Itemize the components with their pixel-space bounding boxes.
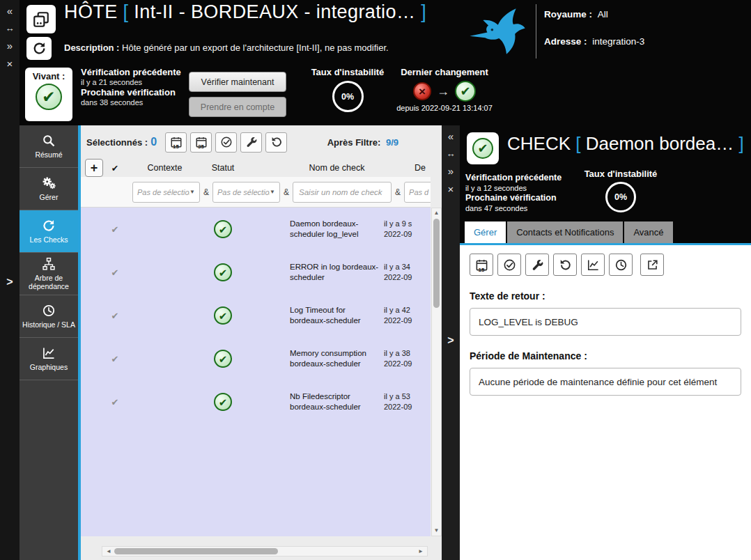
scroll-right-arrow[interactable]: ► (416, 547, 426, 557)
detail-collapse-strip: « ↔ » × > (442, 125, 460, 560)
configure-button[interactable] (525, 254, 549, 276)
close-panel-icon[interactable]: × (448, 184, 454, 194)
expand-right-icon[interactable]: » (7, 40, 13, 51)
sidebar-item-gerer[interactable]: Gérer (20, 168, 78, 210)
column-header-selected[interactable]: ✔ (102, 163, 128, 173)
sidebar-item-graphiques[interactable]: Graphiques (20, 338, 78, 380)
vertical-scrollbar[interactable]: ▲ ▼ (431, 208, 442, 536)
host-instability: Taux d'instabilité 0% (305, 67, 390, 112)
close-panel-icon[interactable]: × (7, 59, 13, 69)
configure-button[interactable] (240, 132, 262, 153)
open-external-button[interactable] (640, 254, 664, 276)
sidebar-item-les-checks[interactable]: Les Checks (20, 210, 78, 253)
realm-info: Royaume : All (544, 9, 608, 20)
address-label: Adresse : (544, 36, 587, 47)
sidebar-item-label: Arbre de dépendance (22, 274, 76, 290)
column-header-statut[interactable]: Statut (201, 163, 245, 173)
chevron-right-icon[interactable]: > (0, 276, 20, 288)
resize-handle-icon[interactable]: ↔ (447, 149, 456, 158)
column-header-nom-de-check[interactable]: Nom de check (290, 163, 384, 173)
row-select-check[interactable]: ✔ (102, 354, 128, 364)
row-select-check[interactable]: ✔ (102, 397, 128, 407)
checks-filter-row: Pas de sélection ▼ & Pas de sélection ▼ … (81, 177, 431, 208)
check-ok-icon: ✔ (214, 306, 232, 325)
entity-name: Daemon bordea… (586, 133, 734, 154)
check-now-button[interactable]: Vérifier maintenant (189, 72, 286, 92)
check-row[interactable]: ✔ ✔ Log Timeout for bordeaux-scheduler i… (81, 294, 431, 337)
graph-button[interactable] (581, 254, 605, 276)
downtime-calendar-button[interactable]: 15 (165, 132, 187, 153)
vertical-scroll-thumb[interactable] (433, 219, 440, 308)
horizontal-scroll-thumb[interactable] (114, 548, 278, 554)
sidebar-item-resume[interactable]: Résumé (20, 125, 78, 168)
column-header-contexte[interactable]: Contexte (128, 163, 201, 173)
expand-right-icon[interactable]: » (448, 166, 454, 176)
horizontal-scrollbar[interactable]: ◄ ► (102, 546, 428, 557)
host-type-button[interactable] (26, 5, 56, 33)
schedule-calendar-button[interactable]: 35 (190, 132, 212, 153)
maintenance-field[interactable]: Aucune période de maintenance définie po… (470, 368, 741, 396)
sidebar-item-historique-sla[interactable]: Historique / SLA (20, 295, 78, 338)
return-text-field[interactable]: LOG_LEVEL is DEBUG (470, 308, 741, 336)
host-header: HÔTE [ Int-II - BORDEAUX - integratio… ]… (20, 0, 751, 64)
scroll-left-arrow[interactable]: ◄ (104, 547, 114, 557)
bulk-action-buttons: 15 35 (165, 132, 287, 153)
gears-icon (42, 176, 56, 190)
resize-handle-icon[interactable]: ↔ (6, 24, 15, 33)
check-status-icon-button[interactable]: ✔ (467, 132, 499, 164)
clock-icon (614, 258, 628, 272)
previous-check-value: il y a 12 secondes (465, 184, 562, 194)
row-statut: ✔ (201, 350, 245, 368)
refresh-button[interactable] (26, 37, 52, 60)
instability-label: Taux d'instabilité (305, 67, 390, 77)
acknowledge-check-button[interactable] (215, 132, 237, 153)
statut-filter-select[interactable]: Pas de sélection ▼ (212, 182, 280, 203)
row-select-check[interactable]: ✔ (102, 267, 128, 278)
check-row[interactable]: ✔ ✔ Daemon bordeaux-scheduler log_level … (81, 208, 431, 251)
after-filter-count: 9/9 (386, 137, 398, 148)
acknowledge-button[interactable] (497, 254, 521, 276)
last-change: Dernier changement × → ✔ depuis 2022-09-… (385, 67, 504, 112)
collapse-left-icon[interactable]: « (7, 6, 13, 16)
host-description: Description : Hôte généré par un export … (64, 42, 389, 53)
scroll-down-arrow[interactable]: ▼ (432, 526, 441, 536)
row-select-check[interactable]: ✔ (102, 311, 128, 321)
row-last-check: il y a 9 s 2022-09 (384, 219, 431, 240)
host-collapse-strip: « ↔ » × > (0, 0, 20, 560)
alive-label: Vivant : (25, 71, 72, 81)
contexte-filter-select[interactable]: Pas de sélection ▼ (132, 182, 200, 203)
after-filter-label: Après Filtre: (327, 137, 381, 148)
alive-status-card: Vivant : ✔ (25, 68, 72, 121)
recheck-button[interactable] (265, 132, 287, 153)
tab-gerer[interactable]: Gérer (465, 221, 506, 243)
history-button[interactable] (609, 254, 633, 276)
filter-and-separator: & (284, 187, 289, 197)
next-check-value: dans 38 secondes (81, 98, 181, 107)
add-button[interactable]: + (85, 159, 103, 177)
check-title: CHECK [ Daemon bordea… ] (507, 133, 744, 155)
previous-check-label: Vérification précédente (81, 67, 181, 78)
host-status-row: Vivant : ✔ Vérification précédente il y … (20, 64, 751, 125)
check-row[interactable]: ✔ ✔ Memory consumption bordeaux-schedule… (81, 337, 431, 380)
check-name-filter-input[interactable] (293, 182, 392, 203)
tab-contacts-et-notifications[interactable]: Contacts et Notifications (507, 221, 623, 243)
last-change-since: depuis 2022-09-21 13:14:07 (385, 104, 504, 112)
entity-name: Int-II - BORDEAUX - integratio… (134, 1, 415, 22)
dernier-filter-select[interactable]: Pas d (404, 182, 431, 203)
tab-avance[interactable]: Avancé (624, 221, 672, 243)
check-detail-panel: ✔ CHECK [ Daemon bordea… ] Vérification … (460, 125, 751, 560)
check-row[interactable]: ✔ ✔ Nb Filedescriptor bordeaux-scheduler… (81, 380, 431, 423)
downtime-calendar-button[interactable]: 15 (470, 254, 493, 276)
sidebar-item-arbre-dependance[interactable]: Arbre de dépendance (20, 253, 78, 295)
filter-placeholder: Pas d (409, 188, 431, 196)
check-row[interactable]: ✔ ✔ ERROR in log bordeaux-scheduler il y… (81, 251, 431, 294)
row-select-check[interactable]: ✔ (102, 224, 128, 235)
collapse-left-icon[interactable]: « (448, 131, 454, 141)
check-instability: Taux d'instabilité 0% (570, 169, 672, 212)
chevron-right-icon[interactable]: > (442, 334, 460, 347)
recheck-button[interactable] (553, 254, 577, 276)
column-header-dernier[interactable]: De (384, 163, 440, 173)
instability-gauge: 0% (332, 81, 364, 112)
scroll-up-arrow[interactable]: ▲ (432, 208, 441, 218)
acknowledge-button[interactable]: Prendre en compte (189, 97, 286, 117)
